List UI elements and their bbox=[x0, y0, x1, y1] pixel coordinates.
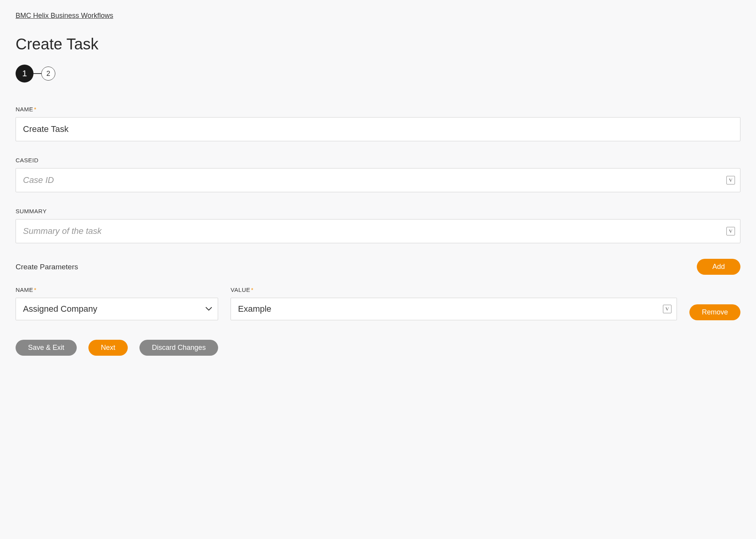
variable-picker-icon[interactable]: V bbox=[663, 305, 671, 313]
variable-picker-icon[interactable]: V bbox=[726, 176, 735, 184]
required-indicator: * bbox=[34, 106, 36, 112]
param-value-label: VALUE* bbox=[231, 286, 677, 293]
required-indicator: * bbox=[251, 286, 254, 293]
footer-actions: Save & Exit Next Discard Changes bbox=[16, 340, 740, 356]
add-parameter-button[interactable]: Add bbox=[697, 259, 740, 275]
save-exit-button[interactable]: Save & Exit bbox=[16, 340, 77, 356]
next-button[interactable]: Next bbox=[88, 340, 128, 356]
param-name-select[interactable] bbox=[16, 298, 218, 320]
parameter-row: NAME* VALUE* V Remove bbox=[16, 286, 740, 320]
name-label-text: NAME bbox=[16, 106, 33, 112]
remove-parameter-button[interactable]: Remove bbox=[689, 304, 740, 320]
step-connector bbox=[33, 73, 41, 74]
breadcrumb-link[interactable]: BMC Helix Business Workflows bbox=[16, 12, 113, 19]
parameters-section-title: Create Parameters bbox=[16, 263, 78, 271]
required-indicator: * bbox=[34, 286, 36, 293]
discard-changes-button[interactable]: Discard Changes bbox=[139, 340, 218, 356]
param-name-label-text: NAME bbox=[16, 286, 33, 293]
step-2[interactable]: 2 bbox=[41, 67, 55, 81]
name-field-group: NAME* bbox=[16, 106, 740, 141]
caseid-label: CASEID bbox=[16, 157, 740, 163]
summary-input[interactable] bbox=[16, 219, 740, 243]
summary-label: SUMMARY bbox=[16, 208, 740, 214]
step-1[interactable]: 1 bbox=[16, 65, 33, 83]
page-title: Create Task bbox=[16, 35, 740, 53]
param-value-label-text: VALUE bbox=[231, 286, 250, 293]
param-value-input[interactable] bbox=[231, 298, 677, 320]
caseid-field-group: CASEID V bbox=[16, 157, 740, 192]
variable-picker-icon[interactable]: V bbox=[726, 227, 735, 235]
parameters-header-row: Create Parameters Add bbox=[16, 259, 740, 275]
summary-field-group: SUMMARY V bbox=[16, 208, 740, 243]
param-name-label: NAME* bbox=[16, 286, 218, 293]
wizard-stepper: 1 2 bbox=[16, 65, 740, 83]
name-label: NAME* bbox=[16, 106, 740, 112]
caseid-input[interactable] bbox=[16, 168, 740, 192]
name-input[interactable] bbox=[16, 117, 740, 141]
